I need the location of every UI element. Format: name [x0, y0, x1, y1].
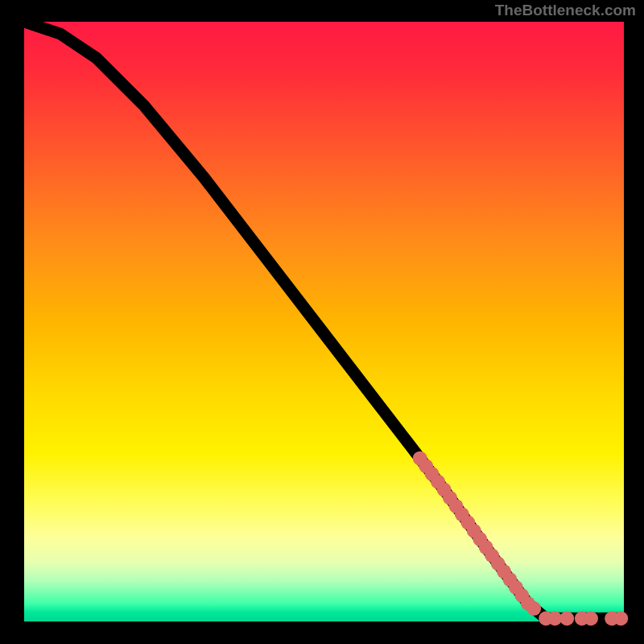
- data-dot: [526, 601, 541, 616]
- data-dot: [613, 611, 628, 625]
- attribution-text: TheBottleneck.com: [495, 2, 636, 19]
- data-dot: [584, 611, 598, 625]
- bottleneck-curve: [24, 22, 624, 618]
- data-dots-group: [413, 451, 628, 625]
- data-dot: [559, 611, 574, 625]
- chart-overlay: [24, 22, 624, 621]
